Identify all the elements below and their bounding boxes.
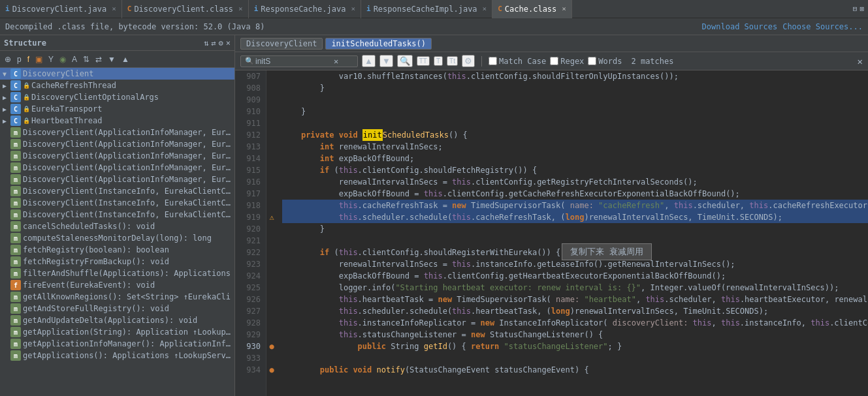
tree-arrow-1: ▶ <box>3 94 10 101</box>
java-icon: i <box>5 5 10 13</box>
download-sources-link[interactable]: Download Sources <box>702 22 778 31</box>
breadcrumb-bar: DiscoveryClient initScheduledTasks() <box>235 35 868 52</box>
tree-item-constructor1[interactable]: m DiscoveryClient(ApplicationInfoManager… <box>0 127 234 138</box>
regex-checkbox[interactable] <box>550 57 558 65</box>
breadcrumb-discoveryclient[interactable]: DiscoveryClient <box>240 38 323 50</box>
toolbar-btn-6[interactable]: ◉ <box>57 54 68 65</box>
tree-item-constructor6[interactable]: m DiscoveryClient(InstanceInfo, EurekaCl… <box>0 185 234 197</box>
match-case-option[interactable]: Match Case <box>489 57 546 66</box>
regex-option[interactable]: Regex <box>550 57 584 66</box>
tree-item-cancel[interactable]: m cancelScheduledTasks(): void <box>0 221 234 232</box>
search-prev-btn[interactable]: ▲ <box>362 55 376 67</box>
tree-item-filterandshuffle[interactable]: m filterAndShuffle(Applications): Applic… <box>0 267 234 279</box>
tree-root-class[interactable]: ▼ C DiscoveryClient <box>0 68 234 80</box>
method-icon-21: m <box>10 327 21 337</box>
tab-responsecache-java[interactable]: i ResponseCache.java × <box>249 0 361 18</box>
sort-btn[interactable]: ⇄ <box>93 54 104 65</box>
code-line-907: var10.shuffleInstances(this.clientConfig… <box>282 70 868 82</box>
tree-item-fetchregistrybackup[interactable]: m fetchRegistryFromBackup(): void <box>0 256 234 267</box>
sort-by-type-btn[interactable]: ▼ <box>106 54 118 65</box>
tab-responsecacheimpl-java[interactable]: i ResponseCacheImpl.java × <box>361 0 492 18</box>
tab-close-4[interactable]: × <box>562 5 566 13</box>
words-option[interactable]: Words <box>588 57 622 66</box>
expand-all-btn[interactable]: ⇅ <box>204 38 208 48</box>
gutter-926 <box>266 294 277 305</box>
code-line-924: expBackOffBound = this.clientConfig.getH… <box>282 270 868 282</box>
tree-item-fireevent[interactable]: f fireEvent(EurekaEvent): void <box>0 279 234 291</box>
tab-close-0[interactable]: × <box>112 5 116 13</box>
method-icon-10: m <box>10 198 21 208</box>
tree-item-constructor3[interactable]: m DiscoveryClient(ApplicationInfoManager… <box>0 150 234 162</box>
search-close-btn[interactable]: ✕ <box>858 56 863 67</box>
tab-close-1[interactable]: × <box>238 5 243 13</box>
tab-discovoryclient-java[interactable]: i DiscoveryClient.java × <box>0 0 122 18</box>
match-case-checkbox[interactable] <box>489 57 497 65</box>
tab-close-3[interactable]: × <box>483 5 487 13</box>
ln-926: 926 <box>235 294 266 305</box>
ln-930: 930 <box>235 341 266 352</box>
search-tt-btn[interactable]: TT <box>417 56 430 66</box>
close-structure-btn[interactable]: × <box>226 38 231 48</box>
settings-icon[interactable]: ⚙ <box>219 38 223 48</box>
item-label-9: DiscoveryClient(InstanceInfo, EurekaClie… <box>23 187 232 196</box>
ln-913: 913 <box>235 141 266 153</box>
gutter-915 <box>266 164 277 176</box>
tree-item-constructor8[interactable]: m DiscoveryClient(InstanceInfo, EurekaCl… <box>0 209 234 221</box>
tab-label: Cache.class <box>505 5 556 14</box>
toolbar-btn-4[interactable]: ▣ <box>33 54 44 65</box>
tree-item-getandstore[interactable]: m getAndStoreFullRegistry(): void <box>0 303 234 314</box>
search-find-btn[interactable]: 🔍 <box>397 55 413 67</box>
tree-item-compute[interactable]: m computeStalenessMonitorDelay(long): lo… <box>0 232 234 244</box>
toolbar-btn-2[interactable]: p <box>15 54 24 65</box>
ln-919: 919 <box>235 211 266 223</box>
collapse-all-btn[interactable]: ⇄ <box>211 38 216 48</box>
toolbar-btn-1[interactable]: ⊕ <box>3 54 13 65</box>
code-line-911 <box>282 117 868 129</box>
search-settings-btn[interactable]: ⚙ <box>462 55 475 67</box>
toolbar-btn-5[interactable]: Y <box>46 54 56 65</box>
tree-item-getallknown[interactable]: m getAllKnownRegions(): Set<String> ↑Eur… <box>0 291 234 303</box>
item-label-19: getAndStoreFullRegistry(): void <box>23 304 169 313</box>
tab-close-2[interactable]: × <box>351 5 355 13</box>
tree-item-constructor2[interactable]: m DiscoveryClient(ApplicationInfoManager… <box>0 138 234 150</box>
method-icon-20: m <box>10 315 21 326</box>
tree-item-constructor4[interactable]: m DiscoveryClient(ApplicationInfoManager… <box>0 162 234 174</box>
tree-item-getappinfomanager[interactable]: m getApplicationInfoManager(): Applicati… <box>0 338 234 350</box>
tree-item-optionalargs[interactable]: ▶ C 🔒 DiscoveryClientOptionalArgs <box>0 91 234 103</box>
search-tt2-btn[interactable]: Tt <box>447 56 458 66</box>
code-line-908: } <box>282 82 868 94</box>
tree-item-constructor5[interactable]: m DiscoveryClient(ApplicationInfoManager… <box>0 174 234 185</box>
gutter-930: ● <box>266 341 277 352</box>
search-input[interactable] <box>255 57 334 66</box>
tree-item-eurekatransport[interactable]: ▶ C 🔒 EurekaTransport <box>0 103 234 115</box>
words-checkbox[interactable] <box>588 57 596 65</box>
gutter-923 <box>266 258 277 270</box>
method-icon-19: m <box>10 303 21 314</box>
code-line-934: public void notify(StatusChangeEvent sta… <box>282 364 868 376</box>
tree-item-getapplication[interactable]: m getApplication(String): Application ↑L… <box>0 326 234 338</box>
lock-icon-1: 🔒 <box>23 94 30 100</box>
toolbar-btn-7[interactable]: A <box>70 54 79 65</box>
breadcrumb-initscheduledtasks[interactable]: initScheduledTasks() <box>325 38 432 50</box>
code-container[interactable]: 907 908 909 910 911 912 913 914 915 916 … <box>235 70 868 396</box>
item-label-22: getApplicationInfoManager(): Application… <box>23 339 232 348</box>
tab-cache-class[interactable]: C Cache.class × <box>492 0 572 18</box>
toolbar-btn-3[interactable]: f <box>25 54 31 65</box>
search-next-btn[interactable]: ▼ <box>379 55 393 67</box>
sort-alphabetically-btn[interactable]: ⇅ <box>81 54 91 65</box>
tree-item-heartbeatthread[interactable]: ▶ C 🔒 HeartbeatThread <box>0 115 234 127</box>
tree-item-getandupdatedelta[interactable]: m getAndUpdateDelta(Applications): void <box>0 314 234 326</box>
tree-item-getapplications[interactable]: m getApplications(): Applications ↑Looku… <box>0 350 234 361</box>
ln-916: 916 <box>235 176 266 188</box>
search-t-btn[interactable]: T <box>434 56 443 66</box>
tab-discovoryclient-class[interactable]: C DiscoveryClient.class × <box>122 0 249 18</box>
choose-sources-link[interactable]: Choose Sources... <box>782 22 863 31</box>
regex-label: Regex <box>560 57 584 66</box>
tree-item-cacherefreshthread[interactable]: ▶ C 🔒 CacheRefreshThread <box>0 80 234 91</box>
words-label: Words <box>598 57 622 66</box>
tree-item-constructor7[interactable]: m DiscoveryClient(InstanceInfo, EurekaCl… <box>0 197 234 209</box>
search-clear-btn[interactable]: ✕ <box>334 57 338 66</box>
tree-item-fetchregistry[interactable]: m fetchRegistry(boolean): boolean <box>0 244 234 256</box>
search-sep-1 <box>481 56 482 67</box>
expand-btn[interactable]: ▲ <box>120 54 131 65</box>
